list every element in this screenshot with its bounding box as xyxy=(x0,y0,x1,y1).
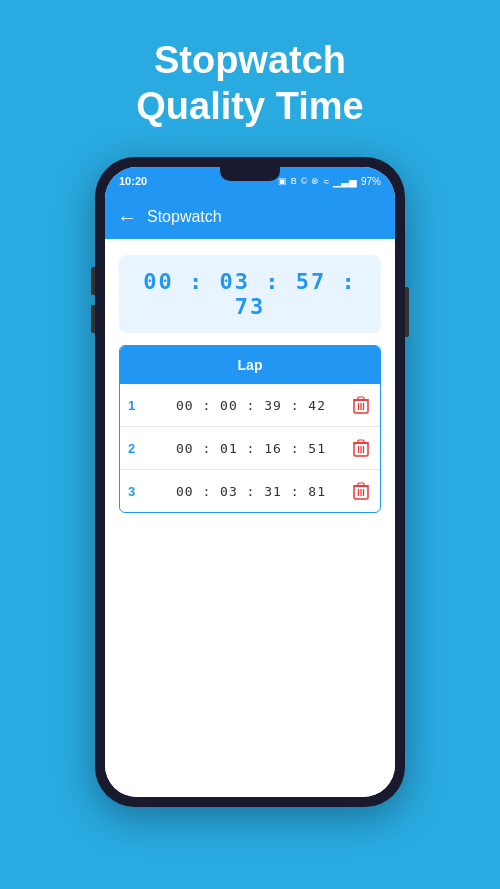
volume-up-button xyxy=(91,267,95,295)
copyright-icon: © xyxy=(301,176,308,186)
lap-number-1: 1 xyxy=(128,398,152,413)
app-toolbar: ← Stopwatch xyxy=(105,195,395,239)
volume-down-button xyxy=(91,305,95,333)
b-icon: B xyxy=(291,176,297,186)
timer-display-box: 00 : 03 : 57 : 73 xyxy=(119,255,381,333)
table-row: 1 00 : 00 : 39 : 42 xyxy=(120,384,380,427)
app-header: Stopwatch Quality Time xyxy=(136,38,363,129)
status-icons: ▣ B © ⊗ ≈ ▁▃▅ 97% xyxy=(278,176,381,187)
svg-rect-14 xyxy=(358,483,364,486)
toolbar-title: Stopwatch xyxy=(147,208,222,226)
phone-mockup: 10:20 ▣ B © ⊗ ≈ ▁▃▅ 97% ← Stopwatch 00 :… xyxy=(95,157,405,807)
svg-rect-2 xyxy=(358,397,364,400)
battery-indicator: 97% xyxy=(361,176,381,187)
wifi-icon: ≈ xyxy=(323,176,329,187)
table-row: 3 00 : 03 : 31 : 81 xyxy=(120,470,380,512)
main-content: 00 : 03 : 57 : 73 Lap 1 00 : 00 : 39 : 4… xyxy=(105,239,395,797)
lap-number-2: 2 xyxy=(128,441,152,456)
lap-table-header: Lap xyxy=(120,346,380,384)
header-line1: Stopwatch xyxy=(136,38,363,84)
signal-icon: ▁▃▅ xyxy=(333,176,357,187)
header-line2: Quality Time xyxy=(136,84,363,130)
lap-number-3: 3 xyxy=(128,484,152,499)
back-button[interactable]: ← xyxy=(117,206,137,229)
lap-time-1: 00 : 00 : 39 : 42 xyxy=(152,398,350,413)
delete-lap-3-button[interactable] xyxy=(350,480,372,502)
delete-lap-2-button[interactable] xyxy=(350,437,372,459)
table-row: 2 00 : 01 : 16 : 51 xyxy=(120,427,380,470)
phone-notch xyxy=(220,167,280,181)
lap-header-label: Lap xyxy=(238,357,263,373)
phone-screen: 10:20 ▣ B © ⊗ ≈ ▁▃▅ 97% ← Stopwatch 00 :… xyxy=(105,167,395,797)
lap-table: Lap 1 00 : 00 : 39 : 42 xyxy=(119,345,381,513)
notification-icon: ▣ xyxy=(278,176,287,186)
timer-value: 00 : 03 : 57 : 73 xyxy=(143,269,356,319)
do-not-disturb-icon: ⊗ xyxy=(311,176,319,186)
status-time: 10:20 xyxy=(119,175,147,187)
timer-section: 00 : 03 : 57 : 73 xyxy=(105,239,395,345)
delete-lap-1-button[interactable] xyxy=(350,394,372,416)
svg-rect-8 xyxy=(358,440,364,443)
power-button xyxy=(405,287,409,337)
lap-time-3: 00 : 03 : 31 : 81 xyxy=(152,484,350,499)
lap-time-2: 00 : 01 : 16 : 51 xyxy=(152,441,350,456)
